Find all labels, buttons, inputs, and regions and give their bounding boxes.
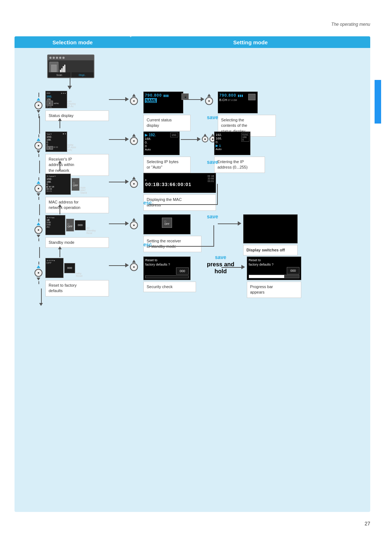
row3-selection-label: Standby mode (45, 237, 109, 248)
row4-arrow2-h (221, 267, 243, 268)
row2-setting-knob (130, 177, 138, 188)
row4-arrow-head (125, 263, 129, 267)
row1-setting-label2: Entering the IPaddress (0...255) (214, 157, 265, 173)
row3-save: save (207, 214, 218, 219)
vline-01-b (39, 126, 40, 134)
row0-setting-screen2: 790.800 ▮▮▮ B.CH 07.#.0M Selecting theco… (218, 92, 276, 137)
row1-setting-knob-btn[interactable] (130, 137, 138, 145)
row1-knob2a[interactable] (202, 136, 208, 142)
row0-knob-area (34, 93, 42, 118)
row3-arrow3-head (238, 221, 241, 226)
row01-up-arrow (58, 118, 62, 128)
page-header: The operating menu (331, 22, 370, 27)
row1-knob-area (34, 134, 42, 157)
blue-sidebar-accent (375, 80, 381, 124)
row0-save: save (207, 114, 218, 120)
row0-setting-knob-btn[interactable] (130, 97, 138, 105)
row4-setting-knob-btn[interactable] (130, 263, 138, 271)
row4-save-hold: save press andhold (207, 254, 234, 275)
row1-selection-label: Receiver's IPaddress withinthe network (45, 154, 109, 176)
row1-arrow-head (125, 137, 129, 141)
row4-device-group: ✦✦✦✦● OFF 000 ndby Reset Reset to factor… (45, 258, 109, 296)
display-tab: Displ.. (71, 72, 94, 77)
display-switches-off-label: Display switches off (243, 245, 298, 255)
row0-device-group: ●●●✦✦✦ 192. 168. 4 splay IP-Ac can Displ… (45, 91, 109, 121)
row0-arrow-head (125, 97, 129, 101)
row2-arrow-head (125, 179, 129, 184)
row3-arrow-head (125, 221, 129, 226)
row1-setting-screen1: ▶ 192. 168. 0. 0 Auto 192. Selecting IP … (143, 132, 191, 173)
setting-mode-header: Setting mode (131, 36, 370, 48)
vline-01-a (39, 116, 40, 127)
row0-arrow-h (109, 99, 127, 100)
row3-setting-knob-btn[interactable] (130, 221, 138, 229)
top-device-group: Scan Displ.. (47, 54, 94, 78)
row2-esc-vline (217, 184, 218, 205)
page-number: 27 (364, 521, 370, 526)
row1-knob[interactable] (34, 142, 42, 150)
row4-setting-screen1: Reset tofactory defaults ? 000 Security … (143, 257, 196, 292)
row3-arrow-h (109, 223, 127, 224)
diagram-container: Selection mode Setting mode (15, 36, 370, 512)
row4-setting-screen2: Reset tofactory defaults ? 000 Progress … (247, 257, 301, 298)
row2-knob-area (34, 177, 42, 200)
row1-arrow2-head (197, 137, 201, 141)
row2-esc-hline (149, 204, 218, 205)
row0-setting-screen1: 790.800 ▮▮▮ NAME 📱 Current statusdisplay (143, 92, 191, 131)
vline-34-a (39, 247, 40, 258)
row12-up-arrow (58, 161, 62, 171)
row4-knob[interactable] (34, 269, 42, 277)
row4-arrow-h (109, 265, 127, 266)
row34-up-arrow (58, 246, 62, 257)
row1-device-group: *●●✦■ ● 192. 168. 0. 0 1 00 00 splay IP-… (45, 132, 109, 176)
display-switches-off-box: Display switches off (243, 214, 298, 255)
row2-arrow-h (109, 182, 127, 182)
row1-arrow2-h (181, 139, 199, 140)
row4-setting-label1: Security check (143, 282, 196, 292)
row0-arrow2-h (184, 99, 203, 100)
row4-selection-label: Reset to factorydefaults (45, 280, 109, 296)
row3-setting-knob (130, 218, 138, 229)
selection-mode-header: Selection mode (15, 36, 131, 48)
mac-value: 00:1B:33:66:00:01 (145, 182, 214, 187)
row1-setting-label1: Selecting IP bytesor "Auto" (143, 157, 191, 173)
vline-23-a (39, 204, 40, 215)
row2-knob[interactable] (34, 185, 42, 193)
row2-setting-screen: 00 1B 33 66 00.01 ■ 00:1B:33:66:00:01 Di… (143, 173, 216, 211)
row3-esc-hline (149, 246, 214, 247)
row1-setting-screen2: 192. 168. 0. ▶ 1 Auto 0192.168.0. Enteri… (214, 132, 265, 173)
row3-arrow3-h (218, 223, 240, 224)
row0-setting-knob2-btn[interactable] (205, 97, 213, 105)
arrow-down-top (68, 86, 72, 89)
row2-setting-label: Displaying the MACaddress (143, 194, 216, 211)
row2-selection-label: MAC address fornetwork operation (45, 197, 109, 213)
bottom-arrow (39, 288, 43, 306)
row4-setting-label2: Progress barappears (247, 282, 301, 298)
row3-device-group: ✦✦✦●● 1B 3.00 2.01 AC □OFF 000 AC Standb… (45, 215, 109, 248)
row1-save: save (207, 159, 218, 165)
row3-esc-vline (213, 225, 214, 246)
row2-device-group: ✦✦●●●✦ 192. 168. 0. ■ 00 1B 66 00 00.01 … (45, 174, 109, 213)
row4-setting-knob (130, 260, 138, 271)
row3-knob-area (34, 219, 42, 241)
row4-arrow2-head (241, 265, 245, 269)
row3-setting-label: Setting the receiverto standby mode (143, 236, 201, 252)
row0-setting-label1: Current statusdisplay (143, 115, 191, 131)
row2-setting-knob-btn[interactable] (130, 180, 138, 188)
row1-arrow-h (109, 139, 127, 140)
row0-setting-knob2 (205, 94, 213, 105)
row0-knob[interactable] (34, 101, 42, 109)
row0-selection-label: Status display (45, 110, 109, 121)
row1-setting-knob (130, 134, 138, 145)
row0-setting-knob (130, 94, 138, 105)
row4-knob-area (34, 262, 42, 284)
vline-12-a (39, 161, 40, 173)
row23-up-arrow (58, 204, 62, 214)
row3-knob[interactable] (34, 226, 42, 234)
row0-arrow2-head (201, 97, 204, 101)
scan-tab: Scan (48, 72, 71, 77)
